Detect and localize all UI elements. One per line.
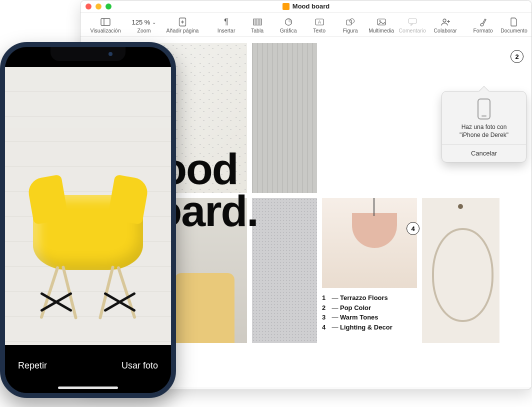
iphone: Repetir Usar foto (0, 42, 176, 398)
shape-button[interactable]: Figura (336, 16, 365, 34)
svg-point-16 (379, 20, 380, 22)
plus-page-icon (178, 16, 186, 28)
zoom-control[interactable]: 125 % ⌄ Zoom (130, 16, 158, 34)
cancel-button[interactable]: Cancelar (442, 144, 526, 162)
photo-preview (5, 67, 171, 345)
comment-button: Comentario (398, 16, 427, 34)
media-icon (377, 16, 386, 28)
chair-image (23, 165, 153, 325)
popover-message: Haz una foto con "iPhone de Derek" (448, 124, 520, 139)
svg-text:A: A (318, 20, 321, 24)
legend-item: 2—Pop Color (322, 303, 392, 313)
document-icon (282, 3, 290, 10)
window-title-text: Mood board (292, 2, 330, 10)
legend-item: 4—Lighting & Decor (322, 322, 392, 332)
comment-icon (408, 16, 417, 28)
svg-point-18 (443, 19, 446, 22)
svg-point-14 (350, 19, 354, 24)
svg-rect-5 (254, 19, 262, 25)
legend[interactable]: 1—Terrazzo Floors 2—Pop Color 3—Warm Ton… (322, 293, 392, 332)
toolbar: Visualización 125 % ⌄ Zoom Añadir página… (80, 12, 532, 37)
text-button[interactable]: A Texto (305, 16, 334, 34)
sidebar-icon (100, 16, 110, 28)
use-photo-button[interactable]: Usar foto (122, 360, 158, 371)
retake-button[interactable]: Repetir (18, 360, 47, 371)
continuity-popover: Haz una foto con "iPhone de Derek" Cance… (442, 91, 526, 162)
insert-button[interactable]: ¶ Insertar (212, 16, 241, 34)
chevron-down-icon: ⌄ (152, 20, 156, 25)
tile-lamp[interactable] (322, 198, 417, 288)
collaborate-button[interactable]: Colaborar (431, 16, 460, 34)
chart-button[interactable]: Gráfica (274, 16, 303, 34)
add-page-button[interactable]: Añadir página (160, 16, 204, 34)
pie-icon (284, 16, 292, 28)
document-button[interactable]: Documento (500, 16, 528, 34)
pilcrow-icon: ¶ (224, 16, 228, 28)
svg-rect-0 (101, 18, 110, 26)
tile-mirror[interactable] (422, 198, 500, 343)
iphone-screen: Repetir Usar foto (5, 47, 171, 393)
legend-item: 3—Warm Tones (322, 312, 392, 322)
view-button[interactable]: Visualización (84, 16, 128, 34)
marker-2[interactable]: 2 (510, 50, 524, 63)
brush-icon (479, 16, 487, 28)
svg-rect-17 (408, 18, 416, 24)
textbox-icon: A (315, 16, 324, 28)
home-indicator[interactable] (58, 386, 118, 389)
table-icon (253, 16, 262, 28)
table-button[interactable]: Tabla (243, 16, 272, 34)
tile-concrete[interactable] (252, 43, 317, 193)
tile-rug[interactable] (252, 198, 317, 343)
titlebar: Mood board (80, 0, 532, 12)
camera-actions: Repetir Usar foto (5, 345, 171, 393)
legend-item: 1—Terrazzo Floors (322, 293, 392, 303)
media-button[interactable]: Multimedia (367, 16, 396, 34)
person-add-icon (440, 16, 450, 28)
window-title: Mood board (80, 2, 532, 10)
document-icon (510, 16, 518, 28)
format-button[interactable]: Formato (468, 16, 498, 34)
marker-4[interactable]: 4 (406, 222, 420, 235)
phone-icon (478, 98, 490, 120)
notch (50, 47, 126, 61)
shape-icon (346, 16, 355, 28)
